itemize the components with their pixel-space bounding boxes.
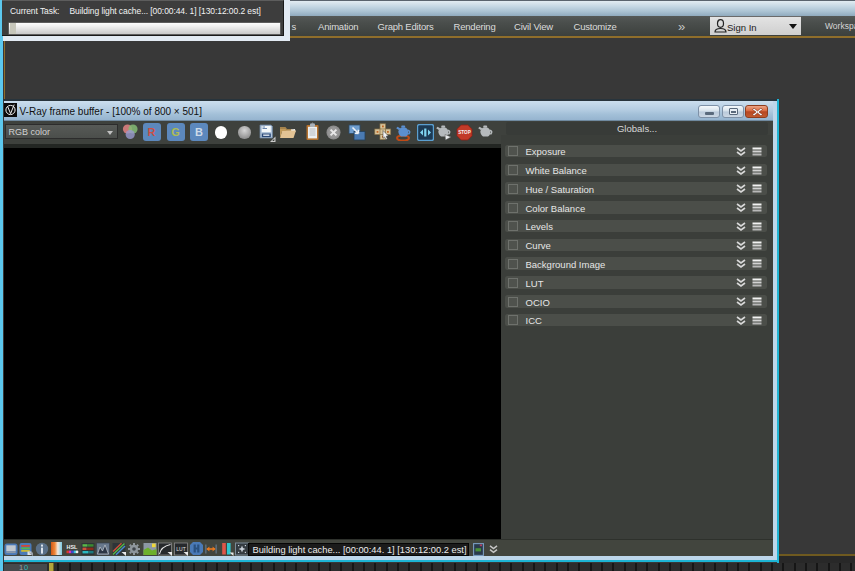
svg-text:HSL: HSL	[67, 544, 78, 550]
svg-text:STOP: STOP	[458, 130, 470, 135]
svg-text:LUT: LUT	[176, 546, 185, 552]
